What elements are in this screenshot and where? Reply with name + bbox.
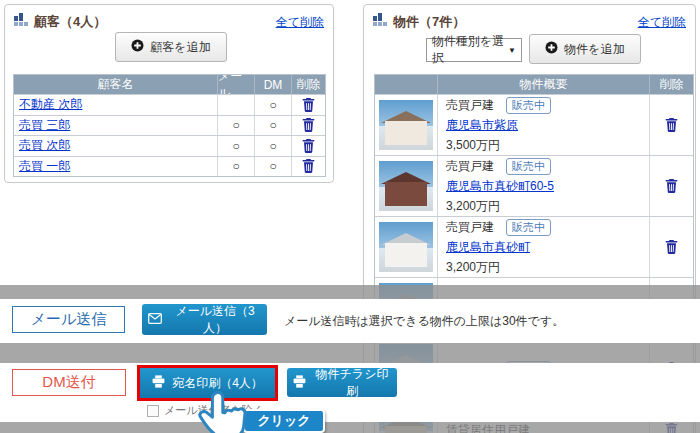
printer-icon — [152, 375, 165, 391]
mail-send-section-label: メール送信 — [12, 306, 125, 333]
property-location-link[interactable]: 鹿児島市真砂町60-5 — [446, 178, 554, 195]
dim-overlay — [0, 422, 700, 433]
plus-circle-icon — [545, 41, 558, 57]
add-customer-button[interactable]: 顧客を追加 — [115, 32, 227, 62]
col-header-delete: 削除 — [649, 75, 693, 94]
customer-table: 顧客名 メール DM 削除 不動産 次郎 ○ 売買 三郎 ○ ○ — [13, 74, 326, 177]
mail-flag: ○ — [217, 136, 254, 156]
property-type-select[interactable]: 物件種別を選択 ▼ — [426, 38, 522, 62]
dm-flag: ○ — [254, 157, 291, 177]
print-address-button[interactable]: 宛名印刷（4人） — [140, 368, 275, 398]
property-delete-all-link[interactable]: 全て削除 — [638, 14, 686, 31]
mail-flag — [217, 95, 254, 115]
bar-chart-icon — [14, 13, 29, 31]
col-header-customer-name: 顧客名 — [14, 75, 217, 94]
col-header-mail: メール — [217, 75, 254, 94]
customer-panel-header: 顧客（4人） 全て削除 — [14, 13, 324, 31]
add-customer-label: 顧客を追加 — [150, 39, 210, 56]
property-panel-title: 物件（7件） — [393, 13, 465, 31]
property-photo — [379, 100, 433, 150]
customer-table-header: 顧客名 メール DM 削除 — [14, 75, 325, 94]
plus-circle-icon — [131, 39, 144, 55]
dm-flag: ○ — [254, 136, 291, 156]
add-property-label: 物件を追加 — [564, 41, 624, 58]
trash-icon[interactable] — [665, 179, 678, 193]
col-header-photo — [375, 75, 437, 94]
print-flyer-button-label: 物件チラシ印刷 — [313, 366, 391, 400]
trash-icon[interactable] — [302, 98, 315, 112]
dm-flag: ○ — [254, 95, 291, 115]
dm-flag: ○ — [254, 116, 291, 136]
property-panel-header: 物件（7件） 全て削除 — [373, 13, 686, 31]
bar-chart-icon — [373, 13, 388, 31]
property-type-select-value: 物件種別を選択 — [432, 33, 508, 67]
property-photo — [379, 161, 433, 211]
property-row: 売買戸建 販売中 鹿児島市真砂町 3,200万円 — [375, 216, 693, 277]
property-price: 3,200万円 — [446, 259, 500, 276]
customer-row: 不動産 次郎 ○ — [14, 94, 325, 115]
print-address-button-label: 宛名印刷（4人） — [172, 375, 263, 392]
trash-icon[interactable] — [665, 118, 678, 132]
property-location-link[interactable]: 鹿児島市真砂町 — [446, 239, 530, 256]
customer-name-link[interactable]: 売買 三郎 — [19, 117, 70, 134]
property-table-header: 物件概要 削除 — [375, 75, 693, 94]
trash-icon[interactable] — [665, 240, 678, 254]
col-header-delete: 削除 — [291, 75, 325, 94]
customer-name-link[interactable]: 不動産 次郎 — [19, 96, 82, 113]
property-location-link[interactable]: 鹿児島市紫原 — [446, 117, 518, 134]
dim-overlay — [0, 285, 700, 299]
trash-icon[interactable] — [302, 139, 315, 153]
property-type: 売買戸建 — [446, 97, 494, 114]
mail-send-button[interactable]: メール送信（3人） — [142, 304, 267, 335]
customer-panel-title: 顧客（4人） — [34, 13, 106, 31]
mail-flag: ○ — [217, 116, 254, 136]
customer-delete-all-link[interactable]: 全て削除 — [276, 14, 324, 31]
print-flyer-button[interactable]: 物件チラシ印刷 — [287, 368, 397, 397]
chevron-down-icon: ▼ — [508, 46, 516, 55]
customer-row: 売買 一郎 ○ ○ — [14, 156, 325, 177]
envelope-icon — [148, 313, 162, 327]
mail-limit-note: メール送信時は選択できる物件の上限は30件です。 — [284, 299, 564, 343]
col-header-summary: 物件概要 — [437, 75, 649, 94]
exclude-mail-checkbox[interactable] — [147, 405, 159, 417]
status-badge: 販売中 — [506, 158, 551, 175]
customer-name-link[interactable]: 売買 次郎 — [19, 137, 70, 154]
dim-overlay — [0, 343, 700, 363]
trash-icon[interactable] — [302, 118, 315, 132]
mail-send-button-label: メール送信（3人） — [169, 303, 261, 337]
customer-name-link[interactable]: 売買 一郎 — [19, 158, 70, 175]
dm-section-label: DM送付 — [12, 369, 126, 396]
customer-panel: 顧客（4人） 全て削除 顧客を追加 顧客名 メール DM 削除 不動産 次郎 ○ — [4, 4, 334, 183]
property-price: 3,200万円 — [446, 198, 500, 215]
status-badge: 販売中 — [506, 219, 551, 236]
printer-icon — [293, 375, 306, 391]
property-price: 3,500万円 — [446, 137, 500, 154]
property-row: 売買戸建 販売中 鹿児島市真砂町60-5 3,200万円 — [375, 155, 693, 216]
property-row: 売買戸建 販売中 鹿児島市紫原 3,500万円 — [375, 94, 693, 155]
col-header-dm: DM — [254, 75, 291, 94]
highlight-red-frame: 宛名印刷（4人） — [137, 365, 278, 401]
status-badge: 販売中 — [506, 97, 551, 114]
mail-flag: ○ — [217, 157, 254, 177]
click-tooltip: クリック — [243, 409, 325, 433]
property-type: 売買戸建 — [446, 219, 494, 236]
mail-send-band: メール送信 メール送信（3人） メール送信時は選択できる物件の上限は30件です。 — [0, 299, 700, 343]
add-property-button[interactable]: 物件を追加 — [529, 34, 641, 64]
customer-rows: 不動産 次郎 ○ 売買 三郎 ○ ○ 売買 次郎 ○ ○ — [14, 94, 325, 176]
property-type: 売買戸建 — [446, 158, 494, 175]
property-photo — [379, 222, 433, 272]
customer-row: 売買 三郎 ○ ○ — [14, 115, 325, 136]
customer-row: 売買 次郎 ○ ○ — [14, 135, 325, 156]
trash-icon[interactable] — [302, 159, 315, 173]
dm-send-band: DM送付 宛名印刷（4人） 物件チラシ印刷 メール送信者を除く — [0, 363, 700, 422]
